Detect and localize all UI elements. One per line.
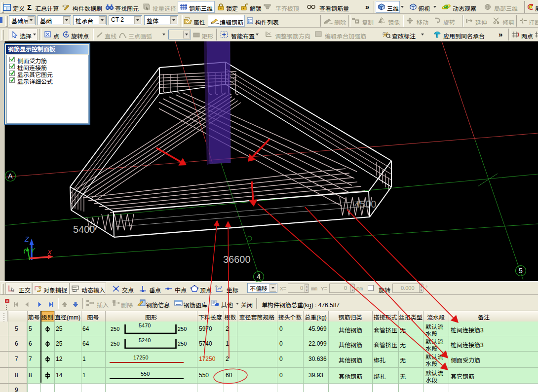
svg-text:y: y — [221, 285, 222, 287]
svg-text:12: 12 — [73, 289, 76, 292]
svg-text:5400: 5400 — [73, 224, 95, 235]
svg-text:x: x — [217, 285, 218, 287]
svg-text:Y: Y — [31, 247, 36, 254]
svg-text:X: X — [47, 249, 52, 256]
svg-text:36600: 36600 — [223, 254, 251, 265]
svg-text:A: A — [8, 172, 13, 180]
svg-text:5: 5 — [519, 267, 523, 275]
svg-text:4500: 4500 — [354, 199, 377, 210]
svg-text:Z: Z — [24, 235, 29, 243]
